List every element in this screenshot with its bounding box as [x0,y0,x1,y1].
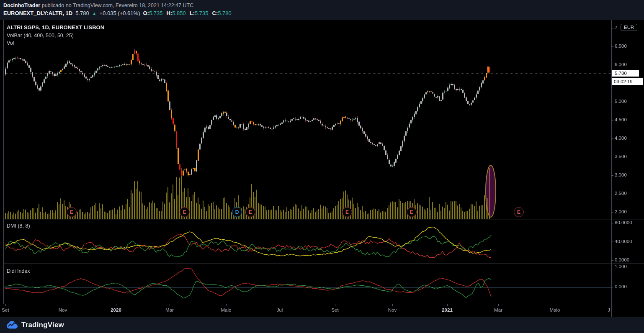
time-tick-label: 2020 [111,307,121,313]
ohlc-item: C:5.780 [212,10,232,16]
dmi-tick-label: 80.0000 [615,220,632,225]
didi-tick-label: 0.000 [615,284,627,289]
dmi-tick-label: 0.0000 [615,257,629,262]
tradingview-brand: TradingView [21,321,64,329]
dmi-tick-label: 40.0000 [615,239,632,244]
didi-tick-label: 1.000 [615,264,627,269]
tradingview-cloud-icon [6,320,18,329]
last-price: 5.780 [75,10,89,16]
earnings-marker[interactable]: E [407,207,417,217]
author-name: DocinhoTrader [3,3,40,8]
currency-button[interactable]: EUR [621,24,637,31]
time-tick-label: Mar [494,307,502,313]
publish-line: DocinhoTrader publicado no TradingView.c… [3,3,193,8]
up-arrow-icon: ▲ [92,11,97,16]
time-tick-label: Mar [165,307,174,313]
time-tick-label: Set [331,307,338,313]
time-tick-label: Jul [277,307,283,313]
time-tick-label: Maio [550,307,560,313]
time-tick-label: Maio [221,307,232,313]
price-tick-label: 6.000 [615,62,627,67]
tradingview-logo[interactable]: TradingView [6,320,64,329]
earnings-marker[interactable]: E [342,207,352,217]
price-tick-label: 4.000 [615,136,627,141]
price-tick-label: 5.000 [615,99,627,104]
footer: TradingView [0,317,644,333]
time-tick-label: 2021 [442,307,453,313]
chart-canvas[interactable] [0,20,644,317]
price-change: +0.035 (+0.61%) [100,10,140,16]
symbol-name: EURONEXT_DLY:ALTR, 1D [3,10,72,16]
price-tick-label: 4.500 [615,117,627,122]
price-tick-label: 2.500 [615,191,627,196]
legend-dmi[interactable]: DMI (8, 8) [7,223,30,229]
earnings-marker[interactable]: E [180,207,190,217]
header: DocinhoTrader publicado no TradingView.c… [0,0,644,20]
bar-countdown-label: 03:02:19 [612,78,643,85]
legend-didi[interactable]: Didi Index [7,268,30,274]
price-tick-label: 2.000 [615,209,627,214]
time-tick-label: J [608,307,610,313]
ohlc-item: L:5.735 [190,10,209,16]
legend-volbar[interactable]: VolBar (40, 400, 500, 50, 25) [7,33,74,38]
price-tick-label: 3.500 [615,154,627,159]
ohlc-item: H:5.850 [166,10,185,16]
earnings-marker[interactable]: E [245,207,255,217]
price-tick-label: 3.000 [615,172,627,177]
time-tick-label: Set [2,307,9,313]
dividend-marker[interactable]: D [232,207,242,217]
price-tick-label: 6.500 [615,44,627,49]
time-tick-label: Nov [59,307,67,313]
ohlc-item: O:5.735 [143,10,162,16]
earnings-marker[interactable]: E [514,207,524,217]
legend-vol[interactable]: Vol [7,40,14,46]
legend-symbol[interactable]: ALTRI SGPS, 1D, EURONEXT LISBON [7,24,104,31]
price-tick-label: 7 [615,25,617,30]
ohlc-group: O:5.735H:5.850L:5.735C:5.780 [143,10,231,16]
tradingview-snapshot: DocinhoTrader publicado no TradingView.c… [0,0,644,333]
earnings-marker[interactable]: E [67,207,77,217]
last-price-axis-label: 5.780 [612,70,639,77]
symbol-line: EURONEXT_DLY:ALTR, 1D 5.780 ▲ +0.035 (+0… [3,10,232,16]
publish-text: publicado no TradingView.com, Fevereiro … [42,3,194,8]
time-tick-label: Nov [388,307,397,313]
